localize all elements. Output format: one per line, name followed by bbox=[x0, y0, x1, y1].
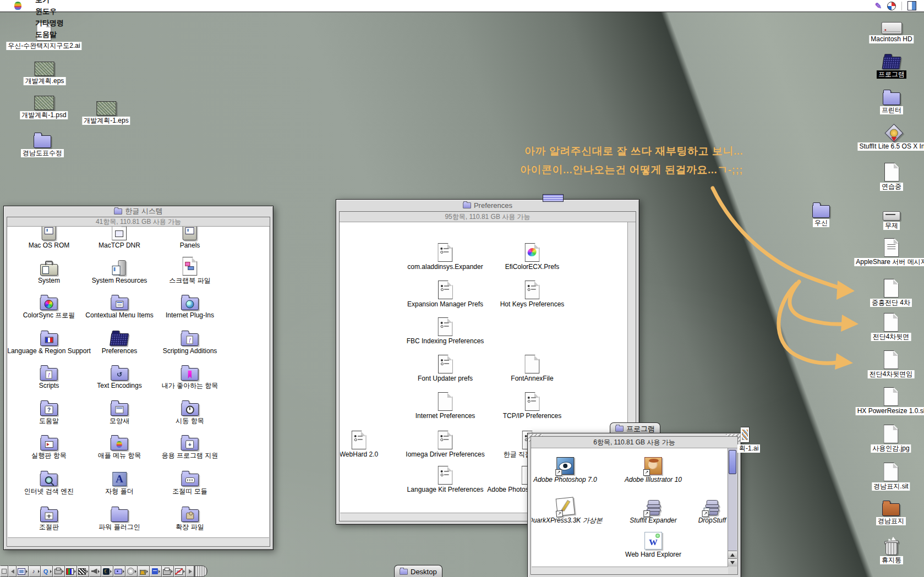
control-strip-module-file-sharing[interactable] bbox=[113, 565, 125, 577]
desktop-icon[interactable]: 전단4차뒷면 bbox=[871, 313, 911, 341]
file-item[interactable]: ↗Stuffit Expander bbox=[629, 497, 677, 524]
desktop-icon-covered[interactable]: 획-1.ai bbox=[741, 427, 760, 453]
control-strip-module-quicktime[interactable]: Q bbox=[41, 565, 53, 577]
menu-item[interactable]: 윈도우 bbox=[29, 6, 70, 18]
file-item[interactable]: 조절띠 모듈 bbox=[172, 468, 207, 495]
control-strip-scroll-left[interactable] bbox=[8, 565, 17, 577]
file-item[interactable]: com.aladdinsys.Expander bbox=[407, 243, 483, 271]
desktop-icon[interactable]: 중흥전단 4차 bbox=[870, 279, 912, 307]
popup-tab-desktop[interactable]: Desktop bbox=[394, 565, 442, 577]
vertical-scrollbar[interactable] bbox=[728, 448, 737, 567]
file-item[interactable]: +응용 프로그램 지원 bbox=[161, 432, 219, 459]
file-item[interactable]: System Resources bbox=[91, 257, 148, 284]
scrollbar-thumb[interactable] bbox=[729, 450, 736, 474]
file-item[interactable]: 시동 항목 bbox=[175, 397, 204, 425]
menu-item[interactable]: 기타명령 bbox=[29, 18, 70, 29]
file-item[interactable]: Hot Keys Preferences bbox=[500, 281, 565, 308]
file-item[interactable]: 실행판 항목 bbox=[31, 432, 67, 459]
file-list-area[interactable]: ↗Adobe Photoshop 7.0↗Adobe Illustrator 1… bbox=[532, 448, 728, 567]
file-item[interactable]: Language & Region Support bbox=[8, 327, 91, 355]
window-titlebar[interactable]: Preferences bbox=[336, 200, 639, 211]
input-method-pencil-icon[interactable]: ✎ bbox=[874, 1, 882, 11]
desktop-icon[interactable]: 전단4차뒷면임 bbox=[868, 350, 915, 378]
file-item[interactable]: 스크랩북 파일 bbox=[168, 257, 211, 284]
file-item[interactable]: Expansion Manager Prefs bbox=[407, 281, 484, 308]
desktop-icon[interactable]: 경남도표수정 bbox=[21, 131, 64, 157]
window-titlebar[interactable]: 한글 시스템 bbox=[4, 206, 273, 216]
file-item[interactable]: Panels bbox=[179, 227, 201, 249]
desktop-icon[interactable]: 경남표지 bbox=[876, 499, 906, 525]
file-item[interactable]: wWeb Hard Explorer bbox=[625, 531, 682, 558]
desktop-icon[interactable]: 프로그램 bbox=[877, 53, 906, 79]
file-item[interactable]: 애플 메뉴 항목 bbox=[97, 432, 142, 459]
window-hangul-system[interactable]: 한글 시스템 41항목, 110.81 GB 사용 가능 Mac OS ROMM… bbox=[3, 206, 274, 550]
file-item[interactable]: ƒScripting Additions bbox=[162, 327, 218, 355]
desktop-icon[interactable]: AppleShare 서버 메시지 bbox=[854, 238, 924, 266]
desktop-icon[interactable]: 프린터 bbox=[880, 89, 903, 114]
control-strip-module-appletalk-off[interactable] bbox=[174, 565, 186, 577]
desktop-icon[interactable]: 경남표지.sit bbox=[872, 463, 910, 491]
control-strip[interactable]: ♪Q☾ bbox=[0, 565, 207, 577]
file-item[interactable]: ↗QuarkXPress3.3K 가상본 bbox=[532, 497, 603, 524]
desktop-icon[interactable]: 개발계획.eps bbox=[24, 58, 66, 85]
file-item[interactable]: ƒScripts bbox=[39, 362, 60, 389]
control-strip-module-keychain-lock[interactable] bbox=[138, 565, 150, 577]
file-item[interactable]: WebHard 2.0 bbox=[340, 431, 379, 458]
file-item[interactable]: 내가 좋아하는 항목 bbox=[161, 362, 219, 389]
menu-item[interactable]: 보기 bbox=[29, 0, 70, 6]
scroll-down-arrow[interactable] bbox=[728, 558, 737, 567]
file-item[interactable]: Iomega Driver Preferences bbox=[405, 431, 485, 458]
file-item[interactable]: Internet Plug-Ins bbox=[165, 292, 215, 319]
window-programs-popup[interactable]: 6항목, 110.81 GB 사용 가능 ↗Adobe Photoshop 7.… bbox=[527, 433, 741, 577]
scroll-up-arrow[interactable] bbox=[728, 551, 737, 559]
control-strip-module-printer[interactable] bbox=[162, 565, 174, 577]
file-item[interactable]: Font Updater prefs bbox=[417, 355, 473, 382]
file-item[interactable]: 확장 파일 bbox=[175, 503, 204, 531]
file-item[interactable]: FBC Indexing Preferences bbox=[406, 317, 485, 345]
file-item[interactable]: ColorSync 프로필 bbox=[23, 292, 76, 319]
file-item[interactable]: ↗Adobe Photoshop 7.0 bbox=[533, 456, 597, 483]
file-item[interactable]: Language Kit Preferences bbox=[407, 466, 484, 493]
bottom-scrollbar-area[interactable] bbox=[532, 567, 728, 574]
file-item[interactable]: EfiColorECX.Prefs bbox=[505, 243, 560, 271]
file-item[interactable]: ?도움말 bbox=[39, 397, 59, 425]
file-item[interactable]: TCP/IP Preferences bbox=[502, 392, 562, 420]
control-strip-module-notes[interactable] bbox=[150, 565, 162, 577]
file-item[interactable]: 조절판 bbox=[39, 503, 59, 531]
bottom-scrollbar-area[interactable] bbox=[8, 537, 269, 546]
control-strip-module-monitor[interactable] bbox=[17, 565, 29, 577]
control-strip-module-energy-saver-moon[interactable]: ☾ bbox=[101, 565, 113, 577]
file-item[interactable]: 파워 플러그인 bbox=[98, 503, 140, 531]
control-strip-scroll-right[interactable] bbox=[186, 565, 194, 577]
application-menu-icon[interactable] bbox=[887, 2, 896, 10]
file-item[interactable]: 모양새 bbox=[109, 397, 130, 425]
desktop-icon[interactable]: 개발계획-1.eps bbox=[82, 98, 130, 125]
file-list-area[interactable]: Mac OS ROMMacTCP DNRPanelsSystemSystem R… bbox=[8, 227, 269, 537]
desktop-icon[interactable]: 우신 bbox=[812, 201, 830, 227]
control-strip-module-volume[interactable] bbox=[89, 565, 101, 577]
file-item[interactable]: Preferences bbox=[101, 327, 138, 355]
control-strip-collapse[interactable] bbox=[0, 565, 8, 577]
control-strip-module-color-depth[interactable] bbox=[65, 565, 77, 577]
file-item[interactable]: ↗DropStuff bbox=[698, 497, 727, 524]
file-item[interactable]: Internet Preferences bbox=[415, 392, 476, 420]
control-strip-module-sound-note[interactable]: ♪ bbox=[29, 565, 41, 577]
desktop-icon[interactable]: 개발계획-1.psd bbox=[20, 92, 68, 119]
file-item[interactable]: Mac OS ROM bbox=[28, 227, 70, 249]
desktop-icon[interactable]: StuffIt Lite 6.5 OS X Ins bbox=[857, 125, 924, 151]
file-item[interactable]: MacTCP DNR bbox=[98, 227, 141, 249]
file-item[interactable]: FontAnnexFile bbox=[510, 355, 554, 382]
desktop-icon[interactable]: 무제 bbox=[883, 209, 900, 230]
desktop-icon[interactable]: 연습중 bbox=[880, 163, 903, 191]
desktop-icon[interactable]: 휴지통 bbox=[880, 537, 903, 564]
file-item[interactable]: ↗Adobe Illustrator 10 bbox=[624, 456, 682, 483]
file-item[interactable]: ↺Text Encodings bbox=[96, 362, 142, 389]
menu-item[interactable]: 도움말 bbox=[29, 29, 70, 41]
file-item[interactable]: Contextual Menu Items bbox=[85, 292, 154, 319]
control-strip-module-cd-audio[interactable] bbox=[125, 565, 138, 577]
finder-icon[interactable] bbox=[907, 1, 916, 10]
file-item[interactable]: 3.2 bbox=[438, 504, 453, 513]
desktop-icon[interactable]: HX PowerResize 1.0.si bbox=[856, 387, 924, 415]
desktop-icon[interactable]: 사용인감.jpg bbox=[871, 425, 911, 453]
control-strip-module-printer-selector[interactable] bbox=[53, 565, 65, 577]
